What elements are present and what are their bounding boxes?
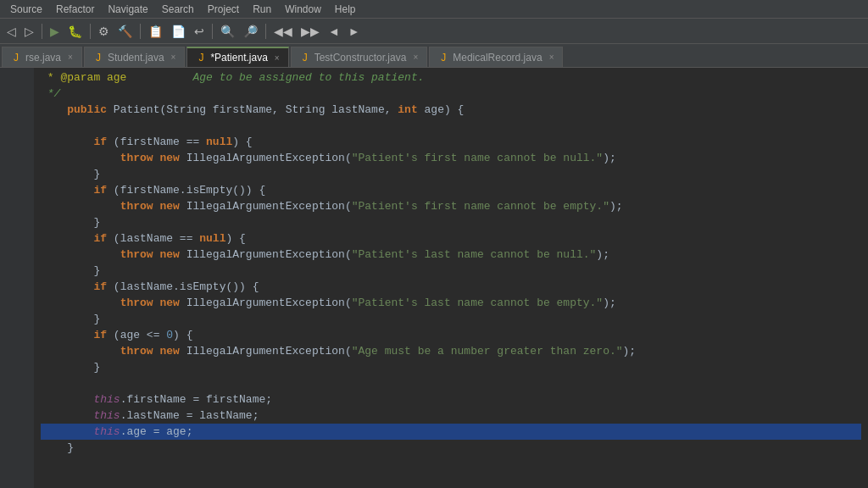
code-token: } [41,214,100,230]
code-line: if (firstName == null) { [41,134,861,150]
code-line: } [41,359,861,375]
menu-window[interactable]: Window [278,2,328,17]
menu-help[interactable]: Help [328,2,363,17]
code-token: String [286,102,332,118]
menu-refactor[interactable]: Refactor [49,2,101,17]
sep5 [265,24,266,39]
line-number [3,408,31,424]
code-line: throw new IllegalArgumentException("Pati… [41,150,861,166]
code-token: } [41,311,100,327]
tab-medicalrecord[interactable]: J MedicalRecord.java × [429,47,563,67]
build2-btn[interactable]: 🔨 [114,23,136,40]
run-btn[interactable]: ▶ [47,23,63,40]
paste-btn[interactable]: 📄 [168,23,189,40]
code-token: new [159,343,186,359]
line-number [3,391,31,408]
find-btn[interactable]: 🔎 [240,23,261,40]
back-btn[interactable]: ◁ [3,23,19,40]
menu-bar: Source Refactor Navigate Search Project … [0,0,868,19]
code-token: } [41,166,100,182]
code-line: */ [41,86,861,102]
code-token: new [159,295,186,311]
menu-project[interactable]: Project [201,2,246,17]
code-token: new [159,247,186,263]
undo-btn[interactable]: ↩ [191,23,208,40]
copy-btn[interactable]: 📋 [145,23,166,40]
testconstructor-file-icon: J [300,53,310,63]
nav2-btn[interactable]: ▶▶ [298,23,323,40]
code-token: .firstName = firstName; [120,391,272,408]
tab-student-label: Student.java [108,52,164,64]
debug-btn[interactable]: 🐛 [64,23,86,40]
code-token [41,134,93,150]
line-number [3,247,31,263]
menu-navigate[interactable]: Navigate [101,2,154,17]
nav1-btn[interactable]: ◀◀ [270,23,296,40]
line-number [3,440,31,456]
line-number [3,198,31,214]
forward-btn[interactable]: ▷ [21,23,37,40]
code-token [41,295,120,311]
code-token: throw [120,295,160,311]
line-number [3,424,31,440]
tab-testconstructor-label: TestConstructor.java [314,52,407,64]
tabs-bar: J rse.java × J Student.java × J *Patient… [0,44,868,68]
line-number [3,295,31,311]
code-token: } [41,440,74,456]
menu-search[interactable]: Search [155,2,201,17]
code-token: throw [120,247,160,263]
code-line: throw new IllegalArgumentException("Age … [41,343,861,359]
tab-student[interactable]: J Student.java × [84,47,186,67]
code-line: } [41,440,861,456]
nurse-file-icon: J [11,53,21,63]
build-btn[interactable]: ⚙ [95,23,113,40]
code-token: (lastName == [114,230,199,247]
tab-patient[interactable]: J *Patient.java × [186,47,288,67]
line-number [3,359,31,375]
line-number [3,118,31,134]
code-token: if [93,230,113,247]
tab-nurse[interactable]: J rse.java × [2,47,82,67]
medicalrecord-file-icon: J [438,53,448,63]
nav3-btn[interactable]: ◄ [325,23,343,40]
tab-student-close[interactable]: × [171,53,176,62]
toolbar: ◁ ▷ ▶ 🐛 ⚙ 🔨 📋 📄 ↩ 🔍 🔎 ◀◀ ▶▶ ◄ ► [0,19,868,44]
code-token: String [166,102,213,118]
code-line: if (lastName.isEmpty()) { [41,279,861,295]
tab-medicalrecord-close[interactable]: × [549,53,554,62]
code-token: if [93,182,113,198]
tab-patient-close[interactable]: × [275,53,280,63]
line-numbers [0,68,34,488]
tab-testconstructor-close[interactable]: × [413,53,418,62]
code-token: ) { [232,134,252,150]
code-line [41,118,861,134]
tab-nurse-close[interactable]: × [68,53,73,62]
menu-run[interactable]: Run [246,2,278,17]
nav4-btn[interactable]: ► [345,23,364,40]
code-token: new [159,150,186,166]
code-token: "Patient's first name cannot be null." [352,150,603,166]
code-token: IllegalArgumentException( [186,247,352,263]
code-token: IllegalArgumentException( [186,295,352,311]
code-line: } [41,263,861,279]
code-token: } [41,359,100,375]
line-number [3,311,31,327]
menu-source[interactable]: Source [3,2,49,17]
code-token: ) { [173,327,192,343]
code-line: public Patient(String firstName, String … [41,102,861,118]
code-line [41,375,861,391]
code-token [41,424,93,440]
search-btn[interactable]: 🔍 [217,23,238,40]
code-token: ) { [225,230,245,247]
code-token: * @param age [41,69,126,86]
code-content[interactable]: * @param age Age to be assigned to this … [34,68,868,488]
code-token: ); [623,343,637,359]
line-number [3,69,31,86]
code-token: throw [120,198,160,214]
code-token: .age = age; [120,424,193,440]
tab-nurse-label: rse.java [25,52,61,64]
tab-testconstructor[interactable]: J TestConstructor.java × [291,47,428,67]
code-line: this.firstName = firstName; [41,391,861,408]
code-line: if (age <= 0) { [41,327,861,343]
code-token: ); [603,295,616,311]
